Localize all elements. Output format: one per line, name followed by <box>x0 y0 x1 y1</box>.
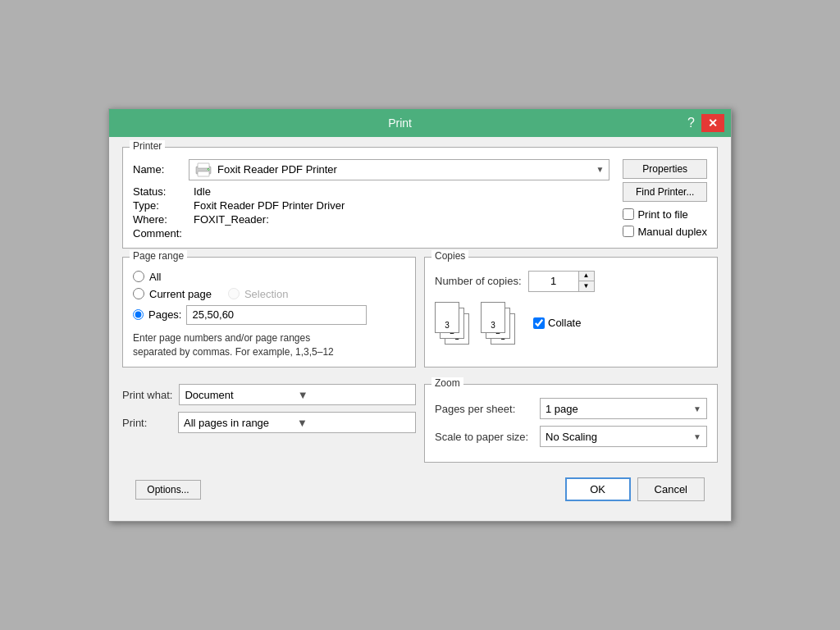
options-button[interactable]: Options... <box>135 480 201 500</box>
current-page-radio-row: Current page <box>133 288 212 300</box>
copies-number-row: Number of copies: ▲ ▼ <box>435 271 707 292</box>
print-dialog: Print ? ✕ Printer Name: <box>108 108 732 523</box>
uncollated-icon: 1 2 3 <box>481 302 517 346</box>
pages-per-sheet-label: Pages per sheet: <box>435 403 533 415</box>
print-arrow: ▼ <box>297 417 410 429</box>
print-row: Print: All pages in range ▼ <box>122 412 416 433</box>
manual-duplex-label[interactable]: Manual duplex <box>637 226 707 238</box>
pages-per-sheet-select[interactable]: 1 page ▼ <box>540 398 707 419</box>
print-what-label: Print what: <box>122 389 172 401</box>
type-value: Foxit Reader PDF Printer Driver <box>194 199 609 212</box>
close-button[interactable]: ✕ <box>701 114 724 132</box>
svg-rect-1 <box>198 163 209 168</box>
print-value: All pages in range <box>184 417 297 429</box>
zoom-section: Zoom Pages per sheet: 1 page ▼ Scale to … <box>424 384 718 463</box>
current-page-label[interactable]: Current page <box>149 288 212 300</box>
pages-per-sheet-row: Pages per sheet: 1 page ▼ <box>435 398 707 419</box>
comment-value <box>194 227 609 240</box>
type-label: Type: <box>133 199 190 212</box>
scale-to-paper-row: Scale to paper size: No Scaling ▼ <box>435 426 707 447</box>
where-label: Where: <box>133 213 190 226</box>
collate-checkbox[interactable] <box>533 317 545 329</box>
copies-spin-buttons: ▲ ▼ <box>578 272 594 291</box>
title-bar: Print ? ✕ <box>109 109 731 137</box>
print-what-section: Print what: Document ▼ Print: All pages … <box>122 384 416 463</box>
page-range-section-label: Page range <box>130 250 187 262</box>
pages-radio[interactable] <box>133 309 144 320</box>
collate-area: 1 2 3 1 2 3 <box>435 302 707 346</box>
printer-info: Status: Idle Type: Foxit Reader PDF Prin… <box>133 185 609 240</box>
selection-radio[interactable] <box>228 288 240 299</box>
copies-section-label: Copies <box>431 250 468 262</box>
ok-button[interactable]: OK <box>565 477 631 501</box>
selected-printer-name: Foxit Reader PDF Printer <box>217 163 591 176</box>
printer-icon <box>194 162 212 177</box>
print-what-value: Document <box>185 389 297 401</box>
scale-to-paper-select[interactable]: No Scaling ▼ <box>540 426 707 447</box>
find-printer-button[interactable]: Find Printer... <box>623 182 707 202</box>
print-what-select[interactable]: Document ▼ <box>179 384 416 405</box>
printer-right-buttons: Properties Find Printer... Print to file… <box>623 159 707 240</box>
print-what-arrow: ▼ <box>298 389 410 401</box>
print-to-file-label[interactable]: Print to file <box>637 208 687 221</box>
printer-name-label: Name: <box>133 163 182 176</box>
copies-up-button[interactable]: ▲ <box>579 272 594 281</box>
manual-duplex-row: Manual duplex <box>623 226 707 238</box>
scale-to-paper-label: Scale to paper size: <box>435 431 533 443</box>
print-to-file-checkbox[interactable] <box>623 208 634 220</box>
comment-label: Comment: <box>133 227 190 240</box>
print-to-file-row: Print to file <box>623 208 707 221</box>
pages-per-sheet-arrow: ▼ <box>693 404 701 413</box>
print-select[interactable]: All pages in range ▼ <box>178 412 416 433</box>
pages-row: Pages: <box>133 305 405 325</box>
all-radio-label[interactable]: All <box>149 271 161 283</box>
zoom-section-label: Zoom <box>431 377 463 389</box>
dialog-footer: Options... OK Cancel <box>122 471 718 511</box>
printer-section-label: Printer <box>130 140 165 152</box>
scale-to-paper-arrow: ▼ <box>693 432 701 441</box>
svg-rect-2 <box>198 171 209 176</box>
all-radio[interactable] <box>133 271 144 282</box>
selection-radio-label: Selection <box>244 288 288 300</box>
cancel-button[interactable]: Cancel <box>637 477 705 501</box>
print-label: Print: <box>122 417 171 429</box>
properties-button[interactable]: Properties <box>623 159 707 179</box>
bottom-section: Print what: Document ▼ Print: All pages … <box>122 384 718 463</box>
pages-per-sheet-value: 1 page <box>546 403 693 415</box>
collate-row: Collate <box>533 317 581 329</box>
number-of-copies-label: Number of copies: <box>435 275 522 287</box>
dialog-title: Print <box>388 116 412 130</box>
all-radio-row: All <box>133 271 405 283</box>
pages-input[interactable] <box>186 305 367 325</box>
current-page-radio[interactable] <box>133 288 144 299</box>
status-value: Idle <box>194 185 609 198</box>
dialog-body: Printer Name: <box>109 137 731 522</box>
status-label: Status: <box>133 185 190 198</box>
printer-dropdown-arrow: ▼ <box>596 165 605 174</box>
printer-section: Printer Name: <box>122 147 718 249</box>
print-what-row: Print what: Document ▼ <box>122 384 416 405</box>
collate-icons: 1 2 3 1 2 3 <box>435 302 517 346</box>
where-value: FOXIT_Reader: <box>194 213 609 226</box>
pages-hint: Enter page numbers and/or page ranges se… <box>133 331 405 359</box>
help-button[interactable]: ? <box>684 116 698 130</box>
main-content: Page range All Current page <box>122 257 718 377</box>
copies-input[interactable] <box>529 272 578 290</box>
copies-down-button[interactable]: ▼ <box>579 281 594 291</box>
selection-radio-row: Selection <box>228 288 288 300</box>
manual-duplex-checkbox[interactable] <box>623 226 634 237</box>
collate-label[interactable]: Collate <box>548 317 581 329</box>
copies-input-wrapper: ▲ ▼ <box>528 271 595 292</box>
pages-radio-label[interactable]: Pages: <box>148 308 181 321</box>
copies-section: Copies Number of copies: ▲ ▼ <box>424 257 718 368</box>
scale-to-paper-value: No Scaling <box>546 431 693 443</box>
page-range-section: Page range All Current page <box>122 257 416 368</box>
collated-icon: 1 2 3 <box>435 302 471 346</box>
